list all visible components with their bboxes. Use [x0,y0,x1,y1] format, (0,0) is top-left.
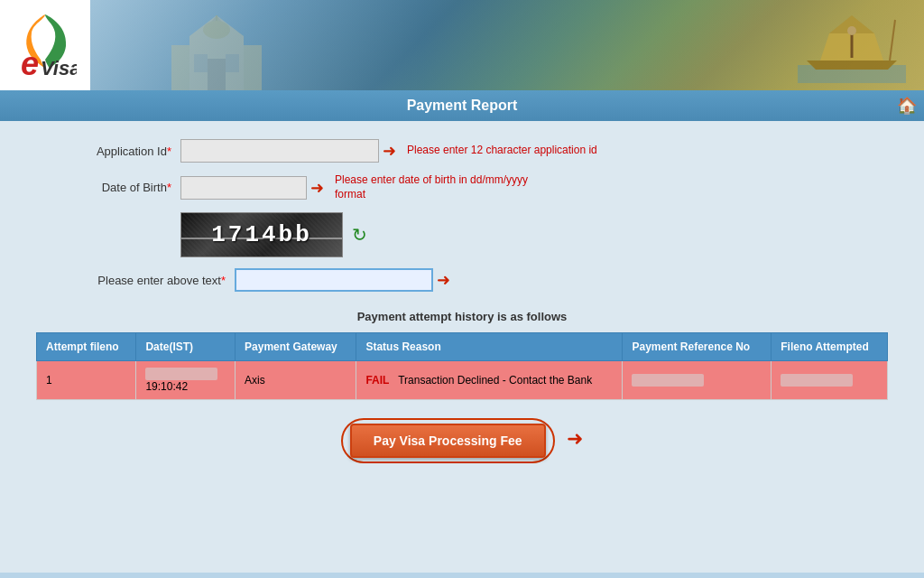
col-status-reason: Status Reason [356,333,623,361]
svg-text:e: e [21,45,39,78]
pay-visa-fee-button[interactable]: Pay Visa Processing Fee [350,424,546,458]
svg-line-17 [890,20,895,61]
page-header: e Visa [0,0,924,90]
main-content: Application Id* ➜ Please enter 12 charac… [0,121,924,573]
cell-gateway: Axis [236,361,356,400]
refresh-captcha-icon[interactable]: ↻ [352,224,367,246]
payment-table: Attempt fileno Date(IST) Payment Gateway… [36,332,888,400]
cell-status-reason: FAIL Transaction Declined - Contact the … [356,361,623,400]
table-row: 1 19:10:42 Axis FAIL Transaction Decline… [37,361,888,400]
history-section: Payment attempt history is as follows At… [36,310,888,463]
col-reference: Payment Reference No [623,333,772,361]
captcha-value: 1714bb [211,221,312,248]
svg-text:Visa: Visa [41,57,77,78]
application-id-input[interactable] [180,139,379,163]
cell-attempt: 1 [37,361,136,400]
dob-label: Date of Birth* [36,181,180,194]
col-fileno: Fileno Attempted [772,333,888,361]
cell-fileno-attempted [772,361,888,400]
evisa-logo: e Visa [14,10,77,80]
banner-area [90,0,924,90]
captcha-image: 1714bb [180,212,343,257]
arrow-icon-3: ➜ [437,270,450,290]
application-id-label: Application Id* [36,144,180,158]
captcha-row: 1714bb ↻ [180,212,888,257]
home-icon[interactable]: 🏠 [897,96,917,116]
captcha-input[interactable] [235,268,433,292]
arrow-icon-1: ➜ [383,141,396,161]
svg-point-16 [847,26,856,35]
table-header-row: Attempt fileno Date(IST) Payment Gateway… [37,333,888,361]
title-bar: Payment Report 🏠 [0,90,924,121]
cell-reference [623,361,772,400]
page-title: Payment Report [407,98,518,114]
arrow-icon-2: ➜ [310,178,324,198]
dob-hint: Please enter date of birth in dd/mm/yyyy… [335,173,560,201]
svg-marker-12 [807,61,897,70]
col-gateway: Payment Gateway [236,333,356,361]
application-id-row: Application Id* ➜ Please enter 12 charac… [36,139,888,163]
application-id-hint: Please enter 12 character application id [407,144,597,158]
history-title: Payment attempt history is as follows [36,310,888,323]
button-section: Pay Visa Processing Fee ➜ [36,418,888,463]
captcha-label: Please enter above text* [36,274,235,287]
col-attempt: Attempt fileno [37,333,136,361]
button-highlight-circle: Pay Visa Processing Fee [341,418,555,463]
col-date: Date(IST) [136,333,236,361]
form-section: Application Id* ➜ Please enter 12 charac… [36,139,888,292]
dob-input[interactable] [180,176,307,200]
dob-row: Date of Birth* ➜ Please enter date of bi… [36,173,888,201]
captcha-input-row: Please enter above text* ➜ [36,268,888,292]
cell-date: 19:10:42 [136,361,236,400]
arrow-button-icon: ➜ [567,427,583,450]
logo-container: e Visa [0,0,90,90]
